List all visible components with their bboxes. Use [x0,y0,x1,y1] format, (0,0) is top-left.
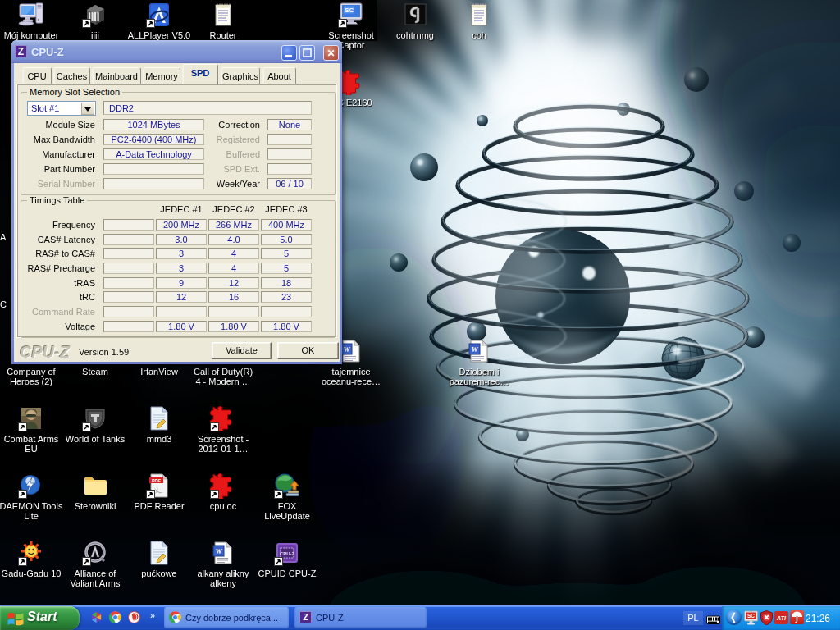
svg-text:CPU-Z: CPU-Z [280,551,295,556]
svg-text:W: W [471,345,478,354]
svg-text:PDF: PDF [152,478,162,483]
svg-text:SC: SC [345,7,354,14]
svg-text:W: W [215,547,222,555]
svg-text:SC: SC [747,613,755,619]
svg-text:ATI: ATI [776,615,787,621]
svg-text:W: W [343,345,350,354]
